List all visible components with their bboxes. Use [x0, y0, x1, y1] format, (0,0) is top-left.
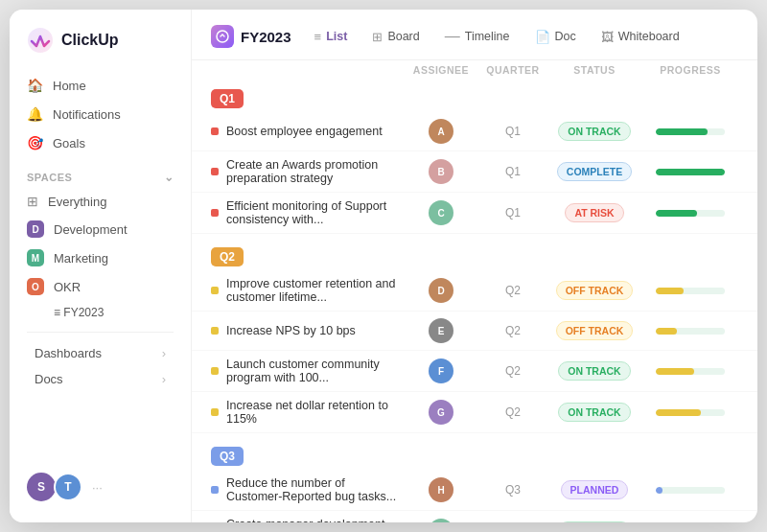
table-row[interactable]: Reduce the number of Customer-Reported b…	[192, 470, 757, 511]
task-dot	[211, 408, 219, 416]
task-name: Efficient monitoring of Support consiste…	[211, 199, 403, 226]
status-cell: COMPLETE	[546, 162, 642, 181]
okr-avatar: O	[27, 278, 44, 295]
col-progress: PROGRESS	[642, 64, 738, 76]
docs-label: Docs	[35, 372, 63, 386]
tab-doc[interactable]: 📄 Doc	[525, 25, 586, 49]
sidebar-item-development[interactable]: D Development	[17, 215, 183, 243]
avatar-secondary[interactable]: T	[54, 473, 82, 501]
table-row[interactable]: Improve customer retention and customer …	[192, 270, 757, 312]
progress-bar	[656, 487, 662, 494]
progress-bar	[656, 169, 725, 175]
assignee-cell: C	[403, 200, 479, 225]
table-row[interactable]: Increase NPS by 10 bps E Q2 OFF TRACK	[192, 312, 757, 351]
sidebar-item-docs[interactable]: Docs ›	[17, 366, 183, 392]
assignee-cell: H	[403, 477, 479, 502]
avatar[interactable]: S	[27, 473, 56, 501]
task-text: Create an Awards promotion preparation s…	[226, 158, 403, 185]
table-row[interactable]: Efficient monitoring of Support consiste…	[192, 193, 757, 234]
assignee-cell: D	[403, 278, 479, 303]
sidebar-item-home[interactable]: 🏠 Home	[17, 71, 183, 100]
app-window: ClickUp 🏠 Home 🔔 Notifications 🎯 Goals S…	[10, 10, 757, 522]
task-dot	[211, 287, 219, 294]
tab-list[interactable]: ≡ List	[305, 25, 358, 49]
sidebar-sub-fy2023[interactable]: ≡ FY2023	[17, 301, 183, 324]
sidebar-item-goals-label: Goals	[53, 136, 85, 150]
logo-text: ClickUp	[61, 32, 119, 49]
quarter-cell: Q2	[479, 364, 546, 378]
progress-bar-container	[656, 210, 725, 217]
progress-bar-container	[656, 409, 725, 416]
progress-bar	[656, 288, 684, 294]
sidebar-nav: 🏠 Home 🔔 Notifications 🎯 Goals	[10, 71, 191, 157]
sidebar-item-marketing[interactable]: M Marketing	[17, 243, 183, 272]
user-avatar: C	[429, 200, 453, 225]
task-text: Create manager development programs	[226, 518, 403, 522]
fy-badge: FY2023	[211, 25, 291, 48]
tab-timeline-label: Timeline	[465, 30, 510, 43]
status-badge: ON TRACK	[558, 403, 630, 422]
board-icon: ⊞	[372, 30, 383, 44]
sidebar-item-notifications[interactable]: 🔔 Notifications	[17, 100, 183, 128]
task-text: Increase net dollar retention to 115%	[226, 399, 403, 426]
sidebar-item-dashboards[interactable]: Dashboards ›	[17, 340, 183, 366]
whiteboard-icon: 🖼	[601, 30, 614, 44]
progress-cell	[642, 210, 738, 217]
task-dot	[211, 486, 219, 494]
col-assignee: ASSIGNEE	[403, 64, 479, 76]
task-text: Launch customer community program with 1…	[226, 358, 403, 384]
quarter-cell: Q2	[479, 405, 546, 419]
spaces-chevron-icon[interactable]: ⌄	[164, 171, 174, 184]
quarter-cell: Q1	[479, 125, 546, 138]
tab-timeline[interactable]: — Timeline	[435, 23, 520, 50]
task-text: Increase NPS by 10 bps	[226, 324, 356, 337]
dashboards-label: Dashboards	[35, 346, 102, 360]
status-badge: OFF TRACK	[556, 281, 634, 300]
status-badge: ON TRACK	[558, 361, 630, 381]
table-row[interactable]: Increase net dollar retention to 115% G …	[192, 392, 757, 433]
user-avatar: I	[429, 519, 453, 522]
sidebar-item-notifications-label: Notifications	[53, 107, 121, 122]
progress-bar	[656, 210, 697, 217]
progress-bar	[656, 328, 677, 335]
task-text: Efficient monitoring of Support consiste…	[226, 199, 403, 226]
progress-bar-container	[656, 487, 725, 494]
table-row[interactable]: Create an Awards promotion preparation s…	[192, 151, 757, 193]
bell-icon: 🔔	[27, 106, 43, 122]
main-content: FY2023 ≡ List ⊞ Board — Timeline 📄 Doc 🖼…	[192, 10, 757, 522]
quarter-header-Q3: Q3	[192, 437, 757, 470]
tab-whiteboard[interactable]: 🖼 Whiteboard	[592, 25, 689, 49]
assignee-cell: I	[403, 519, 479, 522]
grid-icon: ⊞	[27, 194, 38, 209]
quarter-header-Q1: Q1	[192, 80, 757, 112]
progress-bar	[656, 128, 708, 135]
content-area: Q1 Boost employee engagement A Q1 ON TRA…	[192, 80, 757, 522]
quarter-badge-Q3: Q3	[211, 447, 244, 466]
status-cell: ON TRACK	[546, 361, 642, 381]
table-header: ASSIGNEE QUARTER STATUS PROGRESS	[192, 60, 757, 80]
tab-doc-label: Doc	[555, 30, 576, 43]
task-name: Create manager development programs	[211, 518, 403, 522]
tab-board[interactable]: ⊞ Board	[362, 25, 429, 49]
col-quarter: QUARTER	[479, 64, 546, 76]
quarter-cell: Q2	[479, 284, 546, 297]
quarter-cell: Q2	[479, 324, 546, 337]
table-row[interactable]: Launch customer community program with 1…	[192, 351, 757, 392]
status-cell: ON TRACK	[546, 403, 642, 422]
user-avatar: B	[429, 159, 453, 184]
home-icon: 🏠	[27, 78, 43, 93]
progress-bar-container	[656, 128, 725, 135]
table-row[interactable]: Boost employee engagement A Q1 ON TRACK	[192, 112, 757, 151]
doc-icon: 📄	[535, 30, 550, 44]
spaces-header: Spaces ⌄	[10, 157, 191, 188]
sidebar-item-goals[interactable]: 🎯 Goals	[17, 128, 183, 157]
table-row[interactable]: Create manager development programs I Q3…	[192, 511, 757, 522]
footer-more-icon[interactable]: ···	[92, 480, 103, 495]
fy2023-label: ≡ FY2023	[54, 306, 104, 319]
svg-point-1	[217, 31, 228, 42]
sidebar-item-everything[interactable]: ⊞ Everything	[17, 188, 183, 215]
sidebar-item-okr[interactable]: O OKR	[17, 272, 183, 301]
progress-cell	[642, 169, 738, 175]
fy-icon	[211, 25, 234, 48]
task-name: Increase net dollar retention to 115%	[211, 399, 403, 426]
